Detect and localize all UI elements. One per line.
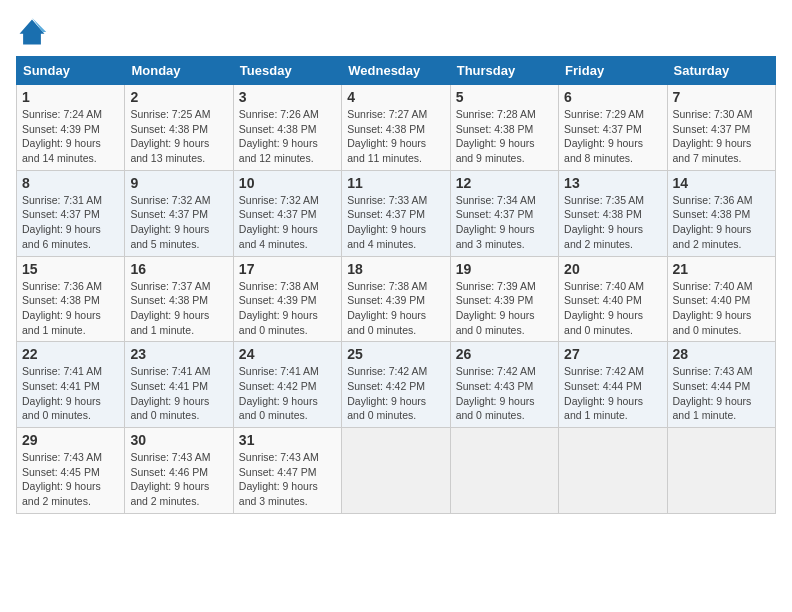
calendar-cell — [559, 428, 667, 514]
col-header-monday: Monday — [125, 57, 233, 85]
day-number: 25 — [347, 346, 444, 362]
calendar-row: 1 Sunrise: 7:24 AMSunset: 4:39 PMDayligh… — [17, 85, 776, 171]
day-detail: Sunrise: 7:42 AMSunset: 4:42 PMDaylight:… — [347, 365, 427, 421]
day-number: 8 — [22, 175, 119, 191]
calendar-cell: 29 Sunrise: 7:43 AMSunset: 4:45 PMDaylig… — [17, 428, 125, 514]
day-detail: Sunrise: 7:33 AMSunset: 4:37 PMDaylight:… — [347, 194, 427, 250]
calendar-row: 15 Sunrise: 7:36 AMSunset: 4:38 PMDaylig… — [17, 256, 776, 342]
calendar-cell: 14 Sunrise: 7:36 AMSunset: 4:38 PMDaylig… — [667, 170, 775, 256]
calendar-cell: 11 Sunrise: 7:33 AMSunset: 4:37 PMDaylig… — [342, 170, 450, 256]
day-detail: Sunrise: 7:25 AMSunset: 4:38 PMDaylight:… — [130, 108, 210, 164]
col-header-tuesday: Tuesday — [233, 57, 341, 85]
day-detail: Sunrise: 7:40 AMSunset: 4:40 PMDaylight:… — [673, 280, 753, 336]
day-detail: Sunrise: 7:31 AMSunset: 4:37 PMDaylight:… — [22, 194, 102, 250]
day-number: 13 — [564, 175, 661, 191]
day-number: 21 — [673, 261, 770, 277]
day-detail: Sunrise: 7:37 AMSunset: 4:38 PMDaylight:… — [130, 280, 210, 336]
calendar-cell: 2 Sunrise: 7:25 AMSunset: 4:38 PMDayligh… — [125, 85, 233, 171]
calendar-cell: 27 Sunrise: 7:42 AMSunset: 4:44 PMDaylig… — [559, 342, 667, 428]
day-detail: Sunrise: 7:43 AMSunset: 4:44 PMDaylight:… — [673, 365, 753, 421]
calendar-row: 22 Sunrise: 7:41 AMSunset: 4:41 PMDaylig… — [17, 342, 776, 428]
calendar-table: SundayMondayTuesdayWednesdayThursdayFrid… — [16, 56, 776, 514]
day-detail: Sunrise: 7:42 AMSunset: 4:43 PMDaylight:… — [456, 365, 536, 421]
calendar-cell: 26 Sunrise: 7:42 AMSunset: 4:43 PMDaylig… — [450, 342, 558, 428]
calendar-cell: 10 Sunrise: 7:32 AMSunset: 4:37 PMDaylig… — [233, 170, 341, 256]
calendar-cell: 21 Sunrise: 7:40 AMSunset: 4:40 PMDaylig… — [667, 256, 775, 342]
calendar-cell: 12 Sunrise: 7:34 AMSunset: 4:37 PMDaylig… — [450, 170, 558, 256]
day-detail: Sunrise: 7:28 AMSunset: 4:38 PMDaylight:… — [456, 108, 536, 164]
calendar-cell: 4 Sunrise: 7:27 AMSunset: 4:38 PMDayligh… — [342, 85, 450, 171]
day-detail: Sunrise: 7:38 AMSunset: 4:39 PMDaylight:… — [347, 280, 427, 336]
day-number: 26 — [456, 346, 553, 362]
calendar-cell — [342, 428, 450, 514]
day-number: 16 — [130, 261, 227, 277]
day-number: 23 — [130, 346, 227, 362]
day-number: 3 — [239, 89, 336, 105]
day-number: 6 — [564, 89, 661, 105]
calendar-cell: 13 Sunrise: 7:35 AMSunset: 4:38 PMDaylig… — [559, 170, 667, 256]
calendar-cell: 23 Sunrise: 7:41 AMSunset: 4:41 PMDaylig… — [125, 342, 233, 428]
day-detail: Sunrise: 7:24 AMSunset: 4:39 PMDaylight:… — [22, 108, 102, 164]
calendar-row: 8 Sunrise: 7:31 AMSunset: 4:37 PMDayligh… — [17, 170, 776, 256]
day-number: 7 — [673, 89, 770, 105]
day-number: 20 — [564, 261, 661, 277]
day-number: 28 — [673, 346, 770, 362]
day-detail: Sunrise: 7:39 AMSunset: 4:39 PMDaylight:… — [456, 280, 536, 336]
calendar-cell: 19 Sunrise: 7:39 AMSunset: 4:39 PMDaylig… — [450, 256, 558, 342]
col-header-friday: Friday — [559, 57, 667, 85]
col-header-saturday: Saturday — [667, 57, 775, 85]
day-number: 30 — [130, 432, 227, 448]
day-detail: Sunrise: 7:36 AMSunset: 4:38 PMDaylight:… — [22, 280, 102, 336]
calendar-cell: 7 Sunrise: 7:30 AMSunset: 4:37 PMDayligh… — [667, 85, 775, 171]
day-number: 17 — [239, 261, 336, 277]
col-header-wednesday: Wednesday — [342, 57, 450, 85]
calendar-cell — [667, 428, 775, 514]
calendar-cell — [450, 428, 558, 514]
calendar-cell: 16 Sunrise: 7:37 AMSunset: 4:38 PMDaylig… — [125, 256, 233, 342]
calendar-cell: 17 Sunrise: 7:38 AMSunset: 4:39 PMDaylig… — [233, 256, 341, 342]
col-header-sunday: Sunday — [17, 57, 125, 85]
day-number: 12 — [456, 175, 553, 191]
calendar-cell: 30 Sunrise: 7:43 AMSunset: 4:46 PMDaylig… — [125, 428, 233, 514]
calendar-cell: 22 Sunrise: 7:41 AMSunset: 4:41 PMDaylig… — [17, 342, 125, 428]
day-number: 1 — [22, 89, 119, 105]
day-number: 19 — [456, 261, 553, 277]
calendar-cell: 6 Sunrise: 7:29 AMSunset: 4:37 PMDayligh… — [559, 85, 667, 171]
logo — [16, 16, 52, 48]
calendar-cell: 25 Sunrise: 7:42 AMSunset: 4:42 PMDaylig… — [342, 342, 450, 428]
day-number: 31 — [239, 432, 336, 448]
day-detail: Sunrise: 7:32 AMSunset: 4:37 PMDaylight:… — [130, 194, 210, 250]
day-number: 5 — [456, 89, 553, 105]
header-row: SundayMondayTuesdayWednesdayThursdayFrid… — [17, 57, 776, 85]
day-number: 29 — [22, 432, 119, 448]
day-detail: Sunrise: 7:38 AMSunset: 4:39 PMDaylight:… — [239, 280, 319, 336]
day-detail: Sunrise: 7:27 AMSunset: 4:38 PMDaylight:… — [347, 108, 427, 164]
day-number: 10 — [239, 175, 336, 191]
day-number: 15 — [22, 261, 119, 277]
day-number: 9 — [130, 175, 227, 191]
day-number: 24 — [239, 346, 336, 362]
calendar-cell: 31 Sunrise: 7:43 AMSunset: 4:47 PMDaylig… — [233, 428, 341, 514]
day-detail: Sunrise: 7:41 AMSunset: 4:41 PMDaylight:… — [22, 365, 102, 421]
calendar-cell: 28 Sunrise: 7:43 AMSunset: 4:44 PMDaylig… — [667, 342, 775, 428]
calendar-cell: 3 Sunrise: 7:26 AMSunset: 4:38 PMDayligh… — [233, 85, 341, 171]
day-detail: Sunrise: 7:26 AMSunset: 4:38 PMDaylight:… — [239, 108, 319, 164]
logo-icon — [16, 16, 48, 48]
calendar-cell: 20 Sunrise: 7:40 AMSunset: 4:40 PMDaylig… — [559, 256, 667, 342]
day-detail: Sunrise: 7:42 AMSunset: 4:44 PMDaylight:… — [564, 365, 644, 421]
day-detail: Sunrise: 7:43 AMSunset: 4:45 PMDaylight:… — [22, 451, 102, 507]
calendar-cell: 1 Sunrise: 7:24 AMSunset: 4:39 PMDayligh… — [17, 85, 125, 171]
calendar-cell: 24 Sunrise: 7:41 AMSunset: 4:42 PMDaylig… — [233, 342, 341, 428]
day-number: 27 — [564, 346, 661, 362]
day-detail: Sunrise: 7:36 AMSunset: 4:38 PMDaylight:… — [673, 194, 753, 250]
day-number: 14 — [673, 175, 770, 191]
day-detail: Sunrise: 7:34 AMSunset: 4:37 PMDaylight:… — [456, 194, 536, 250]
day-number: 22 — [22, 346, 119, 362]
day-number: 11 — [347, 175, 444, 191]
svg-marker-0 — [20, 20, 45, 45]
day-detail: Sunrise: 7:43 AMSunset: 4:47 PMDaylight:… — [239, 451, 319, 507]
calendar-row: 29 Sunrise: 7:43 AMSunset: 4:45 PMDaylig… — [17, 428, 776, 514]
day-detail: Sunrise: 7:32 AMSunset: 4:37 PMDaylight:… — [239, 194, 319, 250]
calendar-cell: 18 Sunrise: 7:38 AMSunset: 4:39 PMDaylig… — [342, 256, 450, 342]
day-detail: Sunrise: 7:40 AMSunset: 4:40 PMDaylight:… — [564, 280, 644, 336]
